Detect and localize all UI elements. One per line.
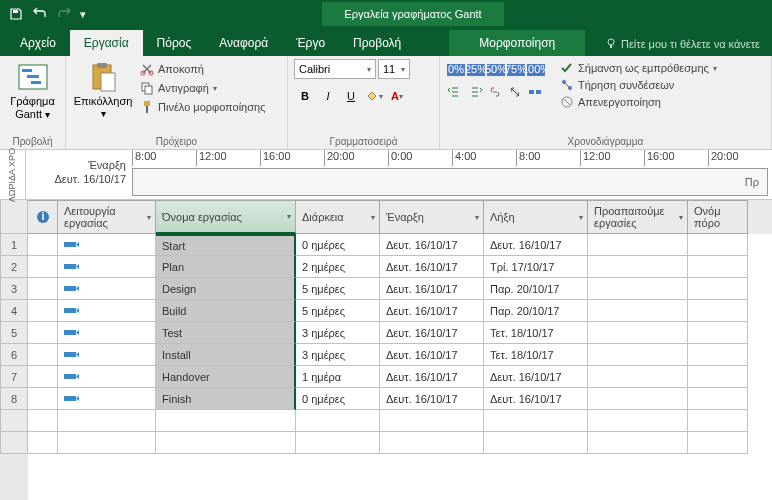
row-header[interactable]: 1 — [0, 234, 28, 256]
cell-predecessors[interactable] — [588, 256, 688, 278]
cell-finish[interactable]: Δευτ. 16/10/17 — [484, 234, 588, 256]
split-task-button[interactable] — [526, 83, 544, 101]
cell-indicators[interactable] — [28, 300, 58, 322]
row-header[interactable]: 5 — [0, 322, 28, 344]
cell-task-name[interactable]: Plan — [156, 256, 296, 278]
undo-button[interactable] — [28, 2, 52, 26]
cell-start[interactable]: Δευτ. 16/10/17 — [380, 300, 484, 322]
cell-finish[interactable]: Τετ. 18/10/17 — [484, 344, 588, 366]
mark-on-track-button[interactable]: Σήμανση ως εμπρόθεσμης ▾ — [560, 61, 717, 75]
bold-button[interactable]: B — [294, 85, 316, 107]
cell-indicators[interactable] — [28, 322, 58, 344]
row-header[interactable] — [0, 432, 28, 454]
paste-button[interactable]: Επικόλληση▾ — [72, 59, 134, 122]
cell-empty[interactable] — [688, 410, 748, 432]
cell-resources[interactable] — [688, 256, 748, 278]
indent-button[interactable] — [466, 83, 484, 101]
cell-empty[interactable] — [588, 410, 688, 432]
cell-empty[interactable] — [156, 410, 296, 432]
col-duration[interactable]: Διάρκεια▾ — [296, 200, 380, 234]
tell-me-search[interactable]: Πείτε μου τι θέλετε να κάνετε — [593, 32, 772, 56]
tab-task[interactable]: Εργασία — [70, 30, 143, 56]
save-button[interactable] — [4, 2, 28, 26]
gantt-chart-button[interactable]: Γράφημα Gantt ▾ — [6, 59, 59, 123]
tab-project[interactable]: Έργο — [282, 30, 339, 56]
cell-empty[interactable] — [588, 432, 688, 454]
cell-empty[interactable] — [28, 410, 58, 432]
cell-task-mode[interactable] — [58, 322, 156, 344]
cell-task-name[interactable]: Build — [156, 300, 296, 322]
redo-button[interactable] — [52, 2, 76, 26]
timeline-body[interactable]: 8:0012:0016:0020:000:004:008:0012:0016:0… — [132, 150, 772, 199]
cell-resources[interactable] — [688, 344, 748, 366]
row-header[interactable]: 3 — [0, 278, 28, 300]
row-header[interactable]: 8 — [0, 388, 28, 410]
font-size-combo[interactable]: 11▾ — [378, 59, 410, 79]
copy-button[interactable]: Αντιγραφή ▾ — [138, 80, 267, 96]
unlink-button[interactable] — [506, 83, 524, 101]
cell-start[interactable]: Δευτ. 16/10/17 — [380, 344, 484, 366]
cell-predecessors[interactable] — [588, 300, 688, 322]
tab-resource[interactable]: Πόρος — [143, 30, 206, 56]
cell-start[interactable]: Δευτ. 16/10/17 — [380, 322, 484, 344]
cell-task-mode[interactable] — [58, 344, 156, 366]
tab-file[interactable]: Αρχείο — [6, 30, 70, 56]
cell-finish[interactable]: Τετ. 18/10/17 — [484, 322, 588, 344]
cell-resources[interactable] — [688, 234, 748, 256]
cell-resources[interactable] — [688, 366, 748, 388]
col-resources[interactable]: Ονόμ πόρο — [688, 200, 748, 234]
cell-task-mode[interactable] — [58, 278, 156, 300]
cell-empty[interactable] — [688, 432, 748, 454]
cell-empty[interactable] — [296, 432, 380, 454]
cell-task-mode[interactable] — [58, 366, 156, 388]
cell-predecessors[interactable] — [588, 366, 688, 388]
timeline-bar[interactable]: Πρ — [132, 168, 768, 196]
cell-task-name[interactable]: Install — [156, 344, 296, 366]
italic-button[interactable]: I — [317, 85, 339, 107]
cell-start[interactable]: Δευτ. 16/10/17 — [380, 256, 484, 278]
font-name-combo[interactable]: Calibri▾ — [294, 59, 376, 79]
qat-customize-button[interactable]: ▾ — [76, 2, 90, 26]
cell-indicators[interactable] — [28, 234, 58, 256]
col-indicators[interactable]: i — [28, 200, 58, 234]
cell-finish[interactable]: Τρί. 17/10/17 — [484, 256, 588, 278]
cell-duration[interactable]: 5 ημέρες — [296, 278, 380, 300]
cell-empty[interactable] — [484, 410, 588, 432]
cell-predecessors[interactable] — [588, 322, 688, 344]
tab-view[interactable]: Προβολή — [339, 30, 415, 56]
cell-finish[interactable]: Δευτ. 16/10/17 — [484, 388, 588, 410]
row-header[interactable]: 4 — [0, 300, 28, 322]
col-finish[interactable]: Λήξη▾ — [484, 200, 588, 234]
pct-25-button[interactable]: 25% — [466, 61, 486, 79]
select-all-corner[interactable] — [0, 200, 28, 234]
cell-task-mode[interactable] — [58, 300, 156, 322]
tab-format[interactable]: Μορφοποίηση — [449, 30, 585, 56]
cell-finish[interactable]: Δευτ. 16/10/17 — [484, 366, 588, 388]
cell-empty[interactable] — [28, 432, 58, 454]
cell-empty[interactable] — [58, 432, 156, 454]
cell-indicators[interactable] — [28, 256, 58, 278]
cell-empty[interactable] — [296, 410, 380, 432]
pct-75-button[interactable]: 75% — [506, 61, 526, 79]
pct-0-button[interactable]: 0% — [446, 61, 466, 79]
cell-duration[interactable]: 0 ημέρες — [296, 234, 380, 256]
cell-indicators[interactable] — [28, 344, 58, 366]
cell-start[interactable]: Δευτ. 16/10/17 — [380, 278, 484, 300]
col-start[interactable]: Έναρξη▾ — [380, 200, 484, 234]
cell-indicators[interactable] — [28, 366, 58, 388]
cell-resources[interactable] — [688, 322, 748, 344]
cell-task-name[interactable]: Handover — [156, 366, 296, 388]
cell-start[interactable]: Δευτ. 16/10/17 — [380, 366, 484, 388]
cell-task-name[interactable]: Start — [156, 234, 296, 256]
cell-predecessors[interactable] — [588, 344, 688, 366]
col-task-name[interactable]: Όνομα εργασίας▾ — [156, 200, 296, 234]
row-header[interactable]: 6 — [0, 344, 28, 366]
row-header[interactable]: 7 — [0, 366, 28, 388]
format-painter-button[interactable]: Πινέλο μορφοποίησης — [138, 99, 267, 115]
row-header[interactable]: 2 — [0, 256, 28, 278]
col-predecessors[interactable]: Προαπαιτούμε εργασίες▾ — [588, 200, 688, 234]
cell-duration[interactable]: 2 ημέρες — [296, 256, 380, 278]
row-header[interactable] — [0, 410, 28, 432]
cell-duration[interactable]: 1 ημέρα — [296, 366, 380, 388]
cell-task-mode[interactable] — [58, 256, 156, 278]
